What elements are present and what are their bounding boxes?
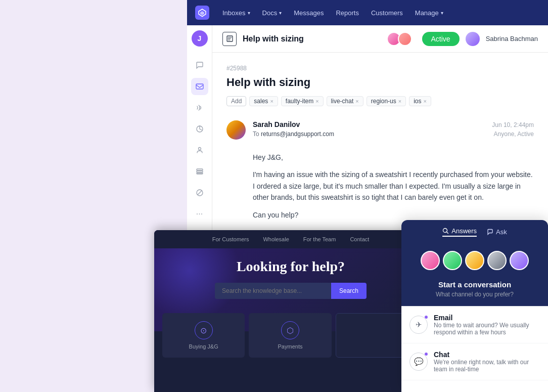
sidebar-user-avatar[interactable]: J <box>192 30 208 47</box>
chat-agent-avatar-3 <box>465 251 484 270</box>
remove-tag-icon[interactable]: × <box>398 98 401 104</box>
svg-rect-3 <box>197 169 203 170</box>
chat-agent-avatar-1 <box>421 251 440 270</box>
message-paragraph-2: I'm having an issue with the sizing of a… <box>253 169 534 203</box>
svg-rect-5 <box>197 173 203 174</box>
chevron-down-icon: ▾ <box>248 10 250 16</box>
message-body: Hey J&G, I'm having an issue with the si… <box>253 152 534 221</box>
email-option-title: Email <box>434 314 540 322</box>
website-card-label-buying: Buying J&G <box>189 343 218 350</box>
chat-option-email-text: Email No time to wait around? We usually… <box>434 314 540 336</box>
chat-cta-title: Start a conversation <box>409 280 540 289</box>
sidebar-item-reports[interactable] <box>191 120 208 138</box>
sidebar-item-email[interactable] <box>191 78 208 95</box>
sidebar-item-contacts[interactable] <box>191 142 208 159</box>
remove-tag-icon[interactable]: × <box>424 98 427 104</box>
chevron-down-icon: ▾ <box>279 10 282 16</box>
website-nav-customers[interactable]: For Customers <box>212 236 249 242</box>
sidebar-item-ban[interactable] <box>191 184 208 201</box>
message-paragraph-1: Hey J&G, <box>253 152 534 163</box>
chat-cta-sub: What channel do you prefer? <box>409 291 540 298</box>
notification-dot <box>424 315 428 319</box>
payments-icon: ⬡ <box>281 321 299 339</box>
tag-ios: ios × <box>409 96 431 106</box>
message-time: Jun 10, 2:44pm <box>492 121 534 128</box>
chevron-down-icon: ▾ <box>441 10 443 16</box>
remove-tag-icon[interactable]: × <box>315 98 318 104</box>
website-cards: ⊙ Buying J&G ⬡ Payments <box>154 307 427 358</box>
buying-icon: ⊙ <box>195 321 213 339</box>
message-status: Anyone, Active <box>494 130 534 145</box>
chat-bubble-icon <box>487 229 493 235</box>
nav-reports[interactable]: Reports <box>331 6 364 20</box>
sidebar-more-icon[interactable]: ··· <box>196 209 203 219</box>
nav-manage[interactable]: Manage ▾ <box>410 6 448 20</box>
message-paragraph-3: Can you help? <box>253 209 534 221</box>
chat-option-chat-text: Chat We're online right now, talk with o… <box>434 351 540 373</box>
chat-option-title: Chat <box>434 351 540 359</box>
ticket-id: #25988 <box>226 65 534 72</box>
email-option-desc: No time to wait around? We usually respo… <box>434 322 540 336</box>
website-card-label-payments: Payments <box>278 343 303 350</box>
svg-point-8 <box>443 229 447 233</box>
tags-row: Add sales × faulty-item × live-chat × re… <box>226 96 534 106</box>
assignee-avatars <box>387 32 412 46</box>
chat-option-chat[interactable]: 💬 Chat We're online right now, talk with… <box>401 343 548 380</box>
chat-widget: Answers Ask Start a conversation What ch… <box>401 220 548 392</box>
website-nav-contact[interactable]: Contact <box>350 236 369 242</box>
conversation-header: Help with sizing Active Sabrina Bachman <box>212 25 548 53</box>
website-nav-team[interactable]: For the Team <box>303 236 336 242</box>
nav-docs[interactable]: Docs ▾ <box>257 6 287 20</box>
website-search-bar: Search <box>215 283 367 299</box>
message-header: Sarah Danilov Jun 10, 2:44pm <box>253 120 534 128</box>
website-search-input[interactable] <box>215 283 331 299</box>
message-item: Sarah Danilov Jun 10, 2:44pm To returns@… <box>226 120 534 227</box>
chat-tab-answers[interactable]: Answers <box>442 227 477 237</box>
remove-tag-icon[interactable]: × <box>270 98 273 104</box>
website-card-payments[interactable]: ⬡ Payments <box>249 313 331 358</box>
remove-tag-icon[interactable]: × <box>355 98 358 104</box>
add-tag-button[interactable]: Add <box>226 96 246 106</box>
sidebar-item-layers[interactable] <box>191 163 208 180</box>
ticket-title: Help with sizing <box>226 76 534 89</box>
email-option-icon: ✈ <box>409 316 428 334</box>
website-hero-title: Looking for help? <box>164 258 417 275</box>
tag-faulty-item: faulty-item × <box>281 96 324 106</box>
website-hero: Looking for help? Search <box>154 248 427 307</box>
status-active-button[interactable]: Active <box>422 32 460 46</box>
tag-live-chat: live-chat × <box>327 96 363 106</box>
svg-point-2 <box>198 148 201 150</box>
chat-widget-header: Answers Ask <box>401 220 548 244</box>
message-sender: Sarah Danilov <box>253 120 300 128</box>
website-card-buying[interactable]: ⊙ Buying J&G <box>162 313 245 358</box>
chat-tab-ask[interactable]: Ask <box>487 228 507 236</box>
chat-option-desc: We're online right now, talk with our te… <box>434 359 540 373</box>
chat-agent-avatar-2 <box>443 251 462 270</box>
tag-sales: sales × <box>249 96 278 106</box>
nav-inboxes[interactable]: Inboxes ▾ <box>217 6 255 20</box>
svg-rect-0 <box>196 84 203 89</box>
chat-agent-avatar-4 <box>487 251 507 270</box>
search-icon <box>442 228 449 234</box>
sidebar-item-wave[interactable] <box>191 99 208 116</box>
website-search-button[interactable]: Search <box>331 283 367 299</box>
chat-agents-row <box>401 244 548 275</box>
website-overlay: For Customers Wholesale For the Team Con… <box>154 230 427 392</box>
top-nav: Inboxes ▾ Docs ▾ Messages Reports Custom… <box>187 0 548 25</box>
chat-agent-avatar-5 <box>510 251 529 270</box>
chat-cta: Start a conversation What channel do you… <box>401 275 548 306</box>
chat-option-email[interactable]: ✈ Email No time to wait around? We usual… <box>401 307 548 343</box>
agent-name: Sabrina Bachman <box>486 35 538 42</box>
message-avatar <box>226 120 246 140</box>
message-to: To returns@jandgsupport.com <box>253 130 334 138</box>
message-content: Sarah Danilov Jun 10, 2:44pm To returns@… <box>253 120 534 227</box>
sidebar-item-chat[interactable] <box>191 57 208 74</box>
conversation-type-icon <box>222 32 237 46</box>
website-topbar: For Customers Wholesale For the Team Con… <box>154 230 427 248</box>
notification-dot <box>424 352 428 356</box>
website-nav-wholesale[interactable]: Wholesale <box>263 236 289 242</box>
nav-messages[interactable]: Messages <box>289 6 329 20</box>
nav-customers[interactable]: Customers <box>366 6 408 20</box>
logo <box>195 6 209 20</box>
chat-option-icon: 💬 <box>409 353 428 371</box>
